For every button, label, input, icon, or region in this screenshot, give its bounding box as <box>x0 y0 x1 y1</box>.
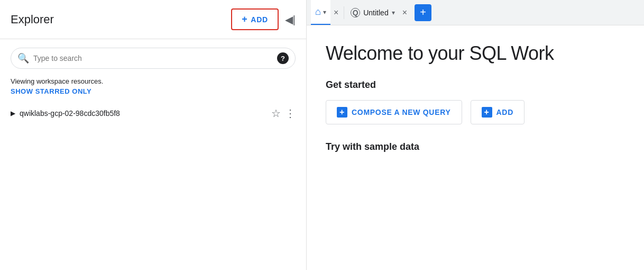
collapse-icon: ◀| <box>285 13 296 26</box>
new-tab-button[interactable]: + <box>415 4 431 21</box>
workspace-info: Viewing workspace resources. SHOW STARRE… <box>0 73 306 97</box>
resource-name: qwiklabs-gcp-02-98cdc30fb5f8 <box>20 109 267 118</box>
add-button[interactable]: + ADD <box>231 8 279 30</box>
header-actions: + ADD ◀| <box>231 8 298 30</box>
explorer-panel: Explorer + ADD ◀| 🔍 ? Viewing workspace … <box>0 0 307 270</box>
try-sample-label: Try with sample data <box>326 141 625 152</box>
get-started-label: Get started <box>326 79 625 91</box>
main-add-button[interactable]: + ADD <box>471 100 525 124</box>
compose-new-query-button[interactable]: + COMPOSE A NEW QUERY <box>326 100 462 124</box>
compose-plus-icon: + <box>337 107 347 118</box>
query-tab-dropdown-icon: ▾ <box>392 9 395 16</box>
home-tab-dropdown-icon: ▾ <box>323 8 326 16</box>
explorer-title: Explorer <box>11 13 54 26</box>
tabs-bar: ⌂ ▾ × Q Untitled ▾ × + <box>307 0 644 25</box>
main-add-plus-icon: + <box>482 107 492 118</box>
query-tab-close-button[interactable]: × <box>399 7 410 19</box>
add-plus-icon: + <box>242 14 247 25</box>
home-icon: ⌂ <box>315 6 321 17</box>
resource-list: ▶ qwiklabs-gcp-02-98cdc30fb5f8 ☆ ⋮ <box>0 97 306 270</box>
collapse-panel-button[interactable]: ◀| <box>283 11 298 28</box>
resource-item: ▶ qwiklabs-gcp-02-98cdc30fb5f8 ☆ ⋮ <box>11 104 296 123</box>
show-starred-button[interactable]: SHOW STARRED ONLY <box>11 87 296 95</box>
compose-button-label: COMPOSE A NEW QUERY <box>352 108 451 116</box>
expand-arrow-icon[interactable]: ▶ <box>11 110 15 117</box>
tab-home[interactable]: ⌂ ▾ <box>311 0 330 25</box>
star-icon[interactable]: ☆ <box>271 107 281 120</box>
action-buttons: + COMPOSE A NEW QUERY + ADD <box>326 100 625 124</box>
search-icon: 🔍 <box>17 52 29 64</box>
query-tab-name: Untitled <box>363 8 388 17</box>
workspace-text: Viewing workspace resources. <box>11 77 296 85</box>
home-tab-close-button[interactable]: × <box>330 7 342 19</box>
add-button-label: ADD <box>251 15 268 24</box>
welcome-title: Welcome to your SQL Work <box>326 42 625 65</box>
tab-query[interactable]: Q Untitled ▾ <box>346 0 399 25</box>
new-tab-plus-icon: + <box>420 6 426 19</box>
help-icon[interactable]: ? <box>277 52 289 64</box>
search-area: 🔍 ? <box>0 39 306 73</box>
search-box: 🔍 ? <box>11 48 296 69</box>
search-input[interactable] <box>33 54 273 62</box>
explorer-header: Explorer + ADD ◀| <box>0 0 306 39</box>
tab-divider <box>344 6 344 19</box>
main-panel: ⌂ ▾ × Q Untitled ▾ × + Welcome to your S… <box>307 0 644 270</box>
main-add-button-label: ADD <box>496 108 513 116</box>
main-content: Welcome to your SQL Work Get started + C… <box>307 25 644 270</box>
query-tab-icon: Q <box>351 8 360 17</box>
more-options-icon[interactable]: ⋮ <box>285 107 296 120</box>
